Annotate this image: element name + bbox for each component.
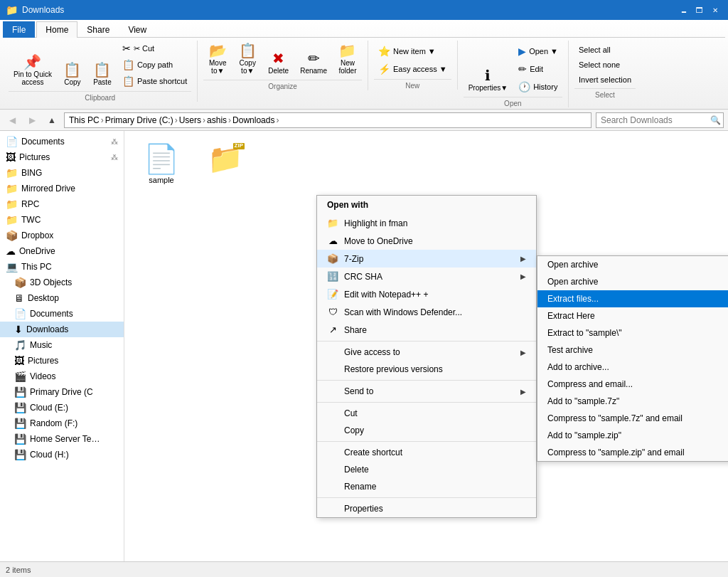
sidebar-item-bing[interactable]: 📁 BING [0,165,124,181]
ctx-defender[interactable]: 🛡 Scan with Windows Defender... [317,303,536,321]
forward-button[interactable]: ▶ [24,112,40,128]
address-path[interactable]: This PC › Primary Drive (C:) › Users › a… [64,112,592,128]
ctx-send-to[interactable]: Send to ▶ [317,383,536,400]
sub-compress-7z-email[interactable]: Compress to "sample.7z" and email [537,410,728,427]
sub-compress-email[interactable]: Compress and email... [537,376,728,393]
sidebar-item-rpc[interactable]: 📁 RPC [0,196,124,212]
copy-to-button[interactable]: 📋 Copyto▼ [233,41,262,78]
edit-button[interactable]: ✏ Edit [514,61,562,77]
sub-compress-zip-email[interactable]: Compress to "sample.zip" and email [537,444,728,461]
sub-open-archive2[interactable]: Open archive ▶ [537,273,728,290]
properties-icon: ℹ [485,68,491,83]
sidebar-item-homeserver[interactable]: 💾 Home Server Te… [0,431,124,447]
tab-file[interactable]: File [3,21,35,38]
easy-access-button[interactable]: ⚡ Easy access ▼ [374,61,451,77]
paste-button[interactable]: 📋 Paste [88,60,117,89]
sidebar-item-dropbox[interactable]: 📦 Dropbox [0,228,124,243]
close-button[interactable]: ✕ [708,3,722,17]
ctx-7zip[interactable]: 📦 7-Zip ▶ [317,250,536,268]
submenu-7zip: Open archive Open archive ▶ Extract file… [537,255,728,462]
up-button[interactable]: ▲ [44,112,60,128]
sidebar-item-music[interactable]: 🎵 Music [0,337,124,353]
notepadpp-icon: 📝 [327,289,338,300]
sidebar-item-documents2[interactable]: 📄 Documents [0,306,124,322]
ctx-move-onedrive[interactable]: ☁ Move to OneDrive [317,232,536,250]
select-none-button[interactable]: Select none [574,58,624,71]
sidebar-item-videos[interactable]: 🎬 Videos [0,369,124,384]
sub-add-archive[interactable]: Add to archive... [537,359,728,376]
ctx-restore-versions[interactable]: Restore previous versions [317,361,536,378]
sub-open-archive1[interactable]: Open archive [537,256,728,273]
ctx-highlight-fman[interactable]: 📁 Highlight in fman [317,214,536,232]
select-group: Select all Select none Invert selection … [569,41,641,99]
ctx-give-access[interactable]: Give access to ▶ [317,344,536,361]
sidebar-item-pictures2[interactable]: 🖼 Pictures [0,353,124,369]
ctx-delete[interactable]: Delete [317,461,536,478]
pin-to-quick-access-button[interactable]: 📌 Pin to Quickaccess [9,52,57,89]
search-icon: 🔍 [710,115,721,125]
sub-add-zip[interactable]: Add to "sample.zip" [537,427,728,444]
sub-extract-to-sample[interactable]: Extract to "sample\" [537,324,728,342]
sub-extract-files[interactable]: Extract files... [537,290,728,307]
sub-test-archive[interactable]: Test archive [537,342,728,359]
sidebar-item-cloud-e[interactable]: 💾 Cloud (E:) [0,400,124,415]
ctx-properties[interactable]: Properties [317,500,536,517]
new-item-button[interactable]: ⭐ New item ▼ [374,43,440,59]
new-folder-button[interactable]: 📁 Newfolder [333,41,362,78]
7zip-arrow: ▶ [520,255,526,263]
ctx-cut[interactable]: Cut [317,405,536,422]
ctx-rename[interactable]: Rename [317,478,536,495]
properties-button[interactable]: ℹ Properties▼ [464,65,513,95]
ctx-crc-sha[interactable]: 🔢 CRC SHA ▶ [317,268,536,285]
cloud-e-icon: 💾 [14,402,26,413]
cut-button[interactable]: ✂ ✂ Cut [118,41,191,56]
edit-icon: ✏ [518,63,527,75]
title-bar: 📁 Downloads 🗕 🗖 ✕ [0,0,728,20]
back-button[interactable]: ◀ [4,112,20,128]
history-button[interactable]: 🕐 History [514,79,562,95]
ctx-share[interactable]: ↗ Share [317,321,536,339]
ribbon: File Home Share View 📌 Pin to Quickacces… [0,20,728,110]
ctx-open-with[interactable]: Open with [317,196,536,214]
status-text: 2 items [6,566,31,574]
paste-shortcut-button[interactable]: 📋 Paste shortcut [118,73,191,89]
rename-button[interactable]: ✏ Rename [295,48,332,78]
ctx-copy[interactable]: Copy [317,422,536,439]
minimize-button[interactable]: 🗕 [677,3,691,17]
open-btn[interactable]: ▶ Open ▼ [514,43,562,59]
sidebar-item-downloads[interactable]: ⬇ Downloads [0,322,124,337]
search-box[interactable]: 🔍 [596,112,724,128]
clipboard-buttons: 📌 Pin to Quickaccess 📋 Copy 📋 Paste ✂ ✂ … [9,41,191,89]
sidebar-item-pictures[interactable]: 🖼 Pictures ⁂ [0,149,124,165]
sidebar-item-documents[interactable]: 📄 Documents ⁂ [0,134,124,149]
ctx-create-shortcut[interactable]: Create shortcut [317,444,536,461]
copy-button[interactable]: 📋 Copy [58,60,87,89]
sidebar-item-thispc[interactable]: 💻 This PC [0,259,124,275]
sidebar-item-onedrive[interactable]: ☁ OneDrive [0,243,124,259]
sidebar-item-primarydrive[interactable]: 💾 Primary Drive (C [0,384,124,400]
sidebar-item-twc[interactable]: 📁 TWC [0,212,124,228]
file-item-zip[interactable]: 📁 ZIP [197,139,254,188]
sidebar-item-random-f[interactable]: 💾 Random (F:) [0,415,124,431]
select-all-button[interactable]: Select all [574,43,615,56]
fman-icon: 📁 [327,218,338,228]
clipboard-small-buttons: ✂ ✂ Cut 📋 Copy path 📋 Paste shortcut [118,41,191,89]
homeserver-icon: 💾 [14,433,26,445]
file-item-sample[interactable]: 📄 sample [133,139,190,188]
sidebar-item-cloud-h[interactable]: 💾 Cloud (H:) [0,447,124,462]
tab-view[interactable]: View [119,21,156,38]
ctx-notepadpp[interactable]: 📝 Edit with Notepad++ + [317,285,536,303]
invert-selection-button[interactable]: Invert selection [574,73,636,86]
sub-extract-here[interactable]: Extract Here [537,307,728,324]
search-input[interactable] [601,115,707,125]
move-to-button[interactable]: 📂 Moveto▼ [203,41,232,78]
sub-add-7z[interactable]: Add to "sample.7z" [537,393,728,410]
sidebar-item-3dobjects[interactable]: 📦 3D Objects [0,275,124,290]
delete-button[interactable]: ✖ Delete [263,48,294,78]
sidebar-item-mirrored[interactable]: 📁 Mirrored Drive [0,181,124,196]
sidebar-item-desktop[interactable]: 🖥 Desktop [0,290,124,306]
tab-share[interactable]: Share [77,21,119,38]
copy-path-button[interactable]: 📋 Copy path [118,57,191,73]
tab-home[interactable]: Home [36,21,77,38]
maximize-button[interactable]: 🗖 [692,3,707,17]
